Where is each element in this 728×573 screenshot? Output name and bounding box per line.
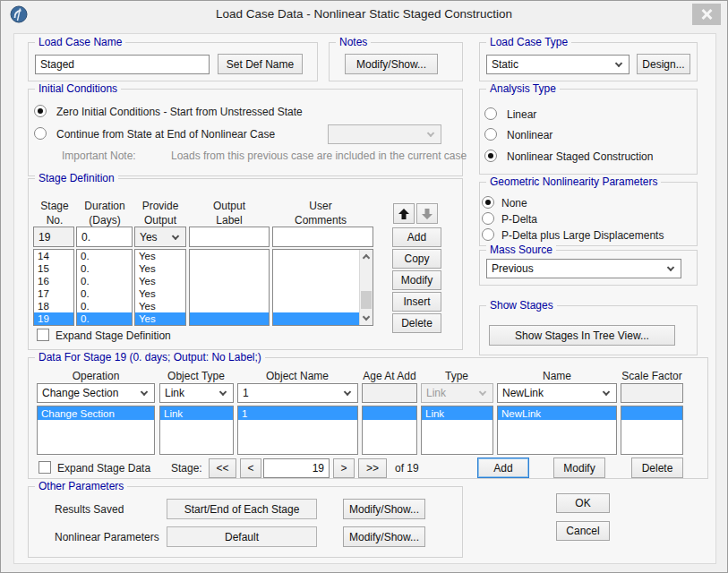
stage-number-input[interactable]: 19 — [263, 458, 330, 478]
continue-from-state-radio[interactable] — [34, 127, 47, 140]
expand-stage-definition-checkbox[interactable] — [37, 329, 49, 341]
stage-insert-button[interactable]: Insert — [392, 292, 441, 312]
type-select[interactable]: Link — [421, 383, 493, 403]
list-item[interactable] — [273, 250, 359, 262]
list-item[interactable]: 0. — [77, 275, 132, 287]
stage-no-list[interactable]: 14 15 16 17 18 19 — [33, 249, 74, 326]
list-item[interactable]: 0. — [77, 300, 132, 312]
data-modify-button[interactable]: Modify — [553, 458, 605, 478]
age-at-add-input[interactable] — [362, 383, 417, 403]
geo-none-radio[interactable] — [482, 196, 494, 209]
list-item-selected[interactable] — [273, 312, 359, 325]
stage-modify-button[interactable]: Modify — [392, 270, 441, 290]
user-comments-list[interactable] — [272, 249, 373, 326]
list-item-selected[interactable]: Link — [160, 406, 233, 420]
stage-add-button[interactable]: Add — [392, 227, 441, 247]
list-item-selected[interactable]: 0. — [77, 312, 132, 325]
object-type-select[interactable]: Link — [159, 383, 234, 403]
cancel-button[interactable]: Cancel — [556, 521, 610, 541]
stage-delete-button[interactable]: Delete — [392, 313, 441, 333]
object-name-select[interactable]: 1 — [237, 383, 358, 403]
list-item[interactable]: Yes — [135, 287, 185, 300]
list-item[interactable] — [190, 262, 269, 275]
output-label-list[interactable] — [189, 249, 270, 326]
move-stage-up-button[interactable] — [393, 203, 415, 224]
geo-pdelta-radio[interactable] — [482, 212, 494, 225]
list-item[interactable]: 0. — [77, 262, 132, 275]
scrollbar-thumb[interactable] — [361, 291, 372, 309]
mass-source-select[interactable]: Previous — [486, 259, 681, 278]
name-list[interactable]: NewLink — [497, 406, 617, 455]
analysis-staged-radio[interactable] — [484, 150, 497, 162]
stage-list-scrollbar[interactable] — [359, 250, 373, 325]
duration-input[interactable]: 0. — [76, 227, 133, 247]
design-button[interactable]: Design... — [637, 54, 690, 74]
close-button[interactable] — [692, 4, 721, 25]
age-at-add-list[interactable] — [362, 406, 417, 455]
list-item[interactable] — [273, 300, 359, 312]
output-label-input[interactable] — [189, 227, 270, 247]
list-item[interactable]: Yes — [135, 275, 185, 287]
list-item[interactable]: 17 — [34, 287, 73, 300]
list-item[interactable] — [273, 275, 359, 287]
zero-initial-conditions-radio[interactable] — [34, 105, 47, 117]
list-item[interactable]: 16 — [34, 275, 73, 287]
nonlinear-modify-show-button[interactable]: Modify/Show... — [343, 526, 425, 547]
stage-copy-button[interactable]: Copy — [392, 249, 441, 269]
scale-factor-input[interactable] — [621, 383, 683, 403]
duration-list[interactable]: 0. 0. 0. 0. 0. 0. — [76, 249, 133, 326]
previous-case-select[interactable] — [328, 124, 441, 144]
list-item-selected[interactable]: 19 — [34, 312, 73, 325]
operation-list[interactable]: Change Section — [37, 406, 155, 455]
set-def-name-button[interactable]: Set Def Name — [218, 54, 303, 74]
list-item[interactable]: 15 — [34, 262, 73, 275]
list-item[interactable] — [273, 287, 359, 300]
stage-first-button[interactable]: << — [209, 458, 236, 478]
list-item-selected[interactable]: NewLink — [498, 406, 616, 420]
list-item[interactable] — [190, 287, 269, 300]
list-item[interactable] — [273, 262, 359, 275]
stage-prev-button[interactable]: < — [240, 458, 261, 478]
stage-next-button[interactable]: > — [333, 458, 355, 478]
list-item[interactable]: 18 — [34, 300, 73, 312]
list-item[interactable] — [190, 300, 269, 312]
analysis-linear-radio[interactable] — [484, 107, 497, 120]
user-comments-input[interactable] — [272, 227, 373, 247]
load-case-name-input[interactable]: Staged — [35, 55, 210, 74]
load-case-type-select[interactable]: Static — [486, 55, 630, 74]
show-stages-tree-view-button[interactable]: Show Stages In Tree View... — [489, 325, 675, 346]
list-item-selected[interactable]: 1 — [238, 406, 357, 420]
data-delete-button[interactable]: Delete — [631, 458, 683, 478]
move-stage-down-button[interactable] — [416, 203, 438, 224]
type-list[interactable]: Link — [421, 406, 493, 455]
name-select[interactable]: NewLink — [497, 383, 617, 403]
list-item[interactable]: Yes — [135, 250, 185, 262]
list-item[interactable] — [190, 275, 269, 287]
list-item-selected[interactable]: Yes — [135, 312, 185, 325]
notes-modify-show-button[interactable]: Modify/Show... — [345, 54, 438, 74]
stage-last-button[interactable]: >> — [358, 458, 387, 478]
list-item[interactable]: 14 — [34, 250, 73, 262]
list-item[interactable] — [190, 250, 269, 262]
list-item-selected[interactable]: Link — [422, 406, 492, 420]
provide-output-select[interactable]: Yes — [134, 227, 186, 247]
provide-output-list[interactable]: Yes Yes Yes Yes Yes Yes — [134, 249, 186, 326]
list-item[interactable]: 0. — [77, 287, 132, 300]
scroll-down-icon[interactable] — [363, 313, 370, 321]
list-item[interactable]: Yes — [135, 262, 185, 275]
list-item-selected[interactable] — [190, 312, 269, 325]
results-saved-modify-show-button[interactable]: Modify/Show... — [343, 499, 425, 519]
scroll-up-icon[interactable] — [363, 254, 370, 261]
operation-select[interactable]: Change Section — [37, 383, 155, 403]
list-item-selected[interactable]: Change Section — [38, 406, 154, 420]
analysis-nonlinear-radio[interactable] — [484, 128, 497, 141]
geo-pdelta-large-radio[interactable] — [482, 228, 494, 241]
list-item-selected[interactable] — [621, 406, 682, 420]
ok-button[interactable]: OK — [556, 493, 610, 513]
list-item[interactable]: Yes — [135, 300, 185, 312]
list-item[interactable]: 0. — [77, 250, 132, 262]
object-name-list[interactable]: 1 — [237, 406, 358, 455]
list-item-selected[interactable] — [363, 406, 416, 420]
data-add-button[interactable]: Add — [477, 458, 529, 478]
object-type-list[interactable]: Link — [159, 406, 234, 455]
